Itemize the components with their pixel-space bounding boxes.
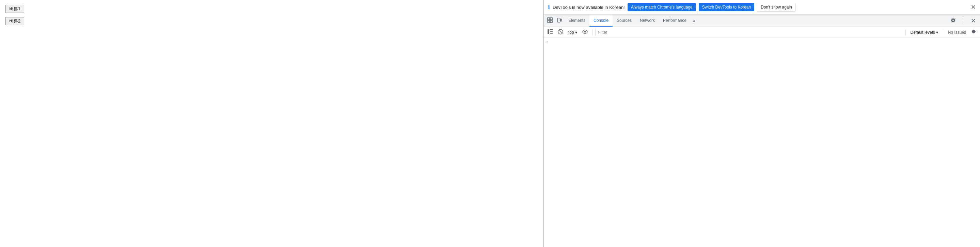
chevron-down-icon: ▾: [575, 30, 577, 35]
clear-icon: [558, 29, 563, 35]
svg-rect-5: [560, 19, 562, 21]
tab-performance-label: Performance: [663, 18, 686, 23]
notification-close-button[interactable]: ✕: [971, 3, 976, 11]
console-gear-icon: [971, 30, 976, 35]
log-levels-button[interactable]: Default levels ▾: [908, 29, 940, 36]
svg-rect-8: [550, 31, 553, 32]
eye-icon: [582, 29, 588, 35]
svg-rect-3: [550, 21, 552, 22]
svg-rect-4: [557, 18, 560, 22]
svg-rect-9: [550, 34, 553, 34]
console-content: ›: [544, 38, 980, 247]
tab-console[interactable]: Console: [589, 14, 612, 27]
tab-sources-label: Sources: [617, 18, 632, 23]
dots-vertical-icon: ⋮: [960, 18, 966, 24]
devtools-close-button[interactable]: ✕: [968, 16, 978, 26]
console-toolbar: top ▾ Default levels ▾ No Issues: [544, 27, 980, 38]
chevron-down-icon-2: ▾: [936, 30, 938, 35]
inspect-element-button[interactable]: [545, 16, 555, 26]
tab-console-label: Console: [593, 18, 608, 23]
toolbar-divider-2: [905, 29, 906, 35]
svg-rect-6: [547, 29, 549, 34]
inspect-icon: [547, 18, 553, 24]
device-toolbar-button[interactable]: [555, 16, 564, 26]
tab-performance[interactable]: Performance: [659, 14, 690, 27]
no-issues-button[interactable]: No Issues: [946, 29, 968, 36]
svg-point-13: [584, 31, 586, 33]
svg-rect-0: [547, 18, 550, 20]
toolbar-divider-3: [943, 29, 943, 35]
tab-elements[interactable]: Elements: [564, 14, 589, 27]
gear-icon: [950, 18, 956, 24]
device-icon: [557, 18, 562, 24]
clear-console-button[interactable]: [556, 28, 565, 37]
always-match-button[interactable]: Always match Chrome's language: [628, 3, 696, 11]
javascript-context-selector[interactable]: top ▾: [566, 29, 579, 35]
prompt-chevron-icon: ›: [547, 40, 547, 44]
info-icon: ℹ: [548, 4, 550, 11]
svg-rect-2: [547, 21, 550, 22]
svg-line-11: [559, 30, 562, 33]
switch-devtools-button[interactable]: Switch DevTools to Korean: [699, 3, 754, 11]
devtools-panel: ℹ DevTools is now available in Korean! A…: [544, 0, 980, 247]
console-prompt-row[interactable]: ›: [544, 39, 980, 44]
sidebar-icon: [547, 29, 553, 35]
show-console-sidebar-button[interactable]: [546, 28, 555, 36]
button-2[interactable]: 버튼2: [5, 17, 24, 25]
no-issues-label: No Issues: [948, 30, 966, 35]
svg-rect-1: [550, 18, 552, 20]
svg-rect-7: [550, 29, 553, 30]
notification-banner: ℹ DevTools is now available in Korean! A…: [544, 0, 980, 14]
webpage-area: 버튼1 버튼2: [0, 0, 544, 247]
tab-network-label: Network: [640, 18, 655, 23]
devtools-tab-bar: Elements Console Sources Network Perform…: [544, 14, 980, 27]
tab-sources[interactable]: Sources: [612, 14, 636, 27]
devtools-settings-button[interactable]: [948, 16, 958, 26]
live-expressions-button[interactable]: [581, 28, 589, 36]
more-tabs-button[interactable]: »: [690, 18, 697, 24]
devtools-more-options-button[interactable]: ⋮: [958, 16, 968, 26]
close-icon: ✕: [971, 18, 976, 24]
context-label: top: [568, 30, 574, 35]
console-settings-button[interactable]: [969, 28, 978, 37]
dont-show-again-button[interactable]: Don't show again: [757, 3, 796, 11]
tab-network[interactable]: Network: [636, 14, 659, 27]
levels-label: Default levels: [910, 30, 935, 35]
tab-elements-label: Elements: [568, 18, 585, 23]
notification-message: DevTools is now available in Korean!: [553, 5, 625, 10]
console-filter-input[interactable]: [595, 29, 903, 36]
button-1[interactable]: 버튼1: [5, 5, 24, 13]
